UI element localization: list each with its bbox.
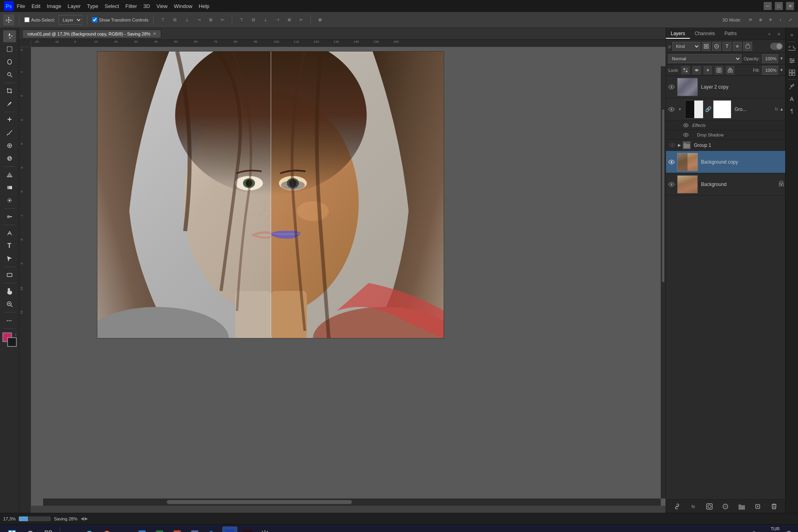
horizontal-scrollbar-thumb[interactable] <box>167 500 352 504</box>
notification-icon[interactable] <box>783 528 795 532</box>
lock-artboards[interactable] <box>715 66 723 75</box>
menu-3d[interactable]: 3D <box>143 3 150 9</box>
background-color[interactable] <box>7 337 17 347</box>
layer-effects-arrow[interactable]: ▲ <box>780 107 784 111</box>
healing-tool[interactable] <box>3 114 16 126</box>
align-left-edges[interactable]: ⊣ <box>194 16 203 24</box>
taskbar-settings-btn[interactable] <box>257 526 273 532</box>
history-brush-tool[interactable] <box>3 152 16 164</box>
add-mask-btn[interactable] <box>705 502 714 511</box>
3d-pan[interactable]: ✛ <box>766 16 775 24</box>
filter-toggle[interactable] <box>770 43 783 50</box>
lasso-tool[interactable] <box>3 56 16 68</box>
add-group-btn[interactable] <box>737 502 747 511</box>
distribute-top[interactable]: ⊤ <box>237 16 246 24</box>
magic-icon-btn[interactable] <box>787 81 797 92</box>
fill-input[interactable] <box>762 66 778 75</box>
hand-tool[interactable] <box>3 285 16 297</box>
brush-tool[interactable] <box>3 127 16 139</box>
move-tool[interactable] <box>3 30 16 42</box>
show-transform-checkbox[interactable]: Show Transform Controls <box>92 17 148 22</box>
distribute-right[interactable]: ⊢ <box>297 16 306 24</box>
volume-icon[interactable] <box>750 530 757 532</box>
show-transform-check-input[interactable] <box>92 17 97 22</box>
gradient-tool[interactable] <box>3 182 16 194</box>
link-layers-btn[interactable] <box>672 502 682 511</box>
canvas-viewport[interactable] <box>31 47 666 506</box>
layer-visibility-background[interactable] <box>668 180 676 188</box>
path-select-tool[interactable] <box>3 253 16 265</box>
menu-layer[interactable]: Layer <box>68 3 81 9</box>
vertical-scrollbar[interactable] <box>661 66 666 498</box>
type-icon-btn[interactable]: A <box>787 93 797 104</box>
distribute-left[interactable]: ⊣ <box>273 16 282 24</box>
lock-position[interactable] <box>703 66 712 75</box>
close-button[interactable]: ✕ <box>786 2 794 10</box>
distribute-bottom[interactable]: ⊥ <box>261 16 270 24</box>
auto-align-layers[interactable]: ⊠ <box>316 16 324 24</box>
distribute-horiz-centers[interactable]: ⊞ <box>285 16 294 24</box>
layer-item-background[interactable]: Background <box>666 173 785 196</box>
minimize-button[interactable]: ─ <box>764 2 772 10</box>
system-clock[interactable]: TUR 19:01 10.05.2022 <box>760 526 780 532</box>
add-adjustment-btn[interactable] <box>721 502 730 511</box>
menu-file[interactable]: File <box>17 3 25 9</box>
menu-type[interactable]: Type <box>87 3 98 9</box>
auto-select-checkbox[interactable]: Auto-Select: <box>24 17 55 22</box>
layer-item-group-effects[interactable]: ▼ 🔗 Gro... fx ▲ <box>666 98 785 121</box>
kind-select[interactable]: Kind <box>672 42 700 51</box>
taskbar-excel-btn[interactable]: X <box>152 526 167 532</box>
network-icon[interactable] <box>741 530 748 532</box>
text-tool[interactable]: T <box>3 240 16 252</box>
menu-edit[interactable]: Edit <box>32 3 40 9</box>
layer-expand-arrow-group-effects[interactable]: ▼ <box>677 107 683 112</box>
taskbar-task-view-btn[interactable] <box>41 526 56 532</box>
align-bottom-edges[interactable]: ⊥ <box>182 16 191 24</box>
align-horizontal-centers[interactable]: ⊞ <box>206 16 215 24</box>
3d-rotate[interactable]: ⟳ <box>746 16 755 24</box>
filter-pixel-icon[interactable] <box>702 42 711 51</box>
taskbar-powerpoint-btn[interactable]: P <box>170 526 185 532</box>
start-button[interactable] <box>3 526 21 532</box>
fx-btn[interactable]: fx <box>689 502 698 511</box>
lock-all[interactable] <box>726 66 735 75</box>
taskbar-edge-btn[interactable] <box>82 526 97 532</box>
eraser-tool[interactable] <box>3 169 16 181</box>
auto-select-dropdown[interactable]: Layer <box>58 15 82 25</box>
layer-link-icon[interactable]: 🔗 <box>704 106 712 112</box>
taskbar-firefox-btn[interactable] <box>99 526 115 532</box>
crop-tool[interactable] <box>3 85 16 97</box>
3d-scale[interactable]: ⤢ <box>786 16 795 24</box>
collapse-panel-btn[interactable]: » <box>787 30 797 40</box>
cloud-icon-btn[interactable] <box>787 44 797 54</box>
document-tab[interactable]: rotus01.psd @ 17,3% (Background copy, RG… <box>22 30 161 38</box>
effects-drop-shadow[interactable]: Drop Shadow <box>666 130 785 140</box>
pen-tool[interactable] <box>3 227 16 239</box>
align-top-edges[interactable]: ⊤ <box>158 16 167 24</box>
lock-image-pixels[interactable] <box>692 66 701 75</box>
menu-filter[interactable]: Filter <box>125 3 137 9</box>
3d-slide[interactable]: ↕ <box>776 16 785 24</box>
status-arrow-left[interactable]: ◀ <box>81 516 84 521</box>
more-tools[interactable]: ••• <box>3 314 16 326</box>
paragraph-icon-btn[interactable]: ¶ <box>787 105 797 116</box>
taskbar-search-btn[interactable] <box>23 526 38 532</box>
layer-visibility-background-copy[interactable] <box>668 158 676 166</box>
marquee-tool[interactable] <box>3 43 16 55</box>
panel-menu-icon[interactable]: ≡ <box>775 30 783 38</box>
filter-adjustment-icon[interactable] <box>712 42 721 51</box>
distribute-vert-centers[interactable]: ⊟ <box>249 16 258 24</box>
taskbar-onedrive-btn[interactable] <box>205 526 220 532</box>
channels-tab[interactable]: Channels <box>690 29 720 39</box>
opacity-input[interactable] <box>762 54 778 63</box>
dodge-tool[interactable] <box>3 211 16 223</box>
effects-visibility[interactable] <box>682 121 690 129</box>
menu-help[interactable]: Help <box>199 3 209 9</box>
taskbar-ps-btn[interactable]: Ps <box>222 526 237 532</box>
lock-transparent-pixels[interactable] <box>681 66 690 75</box>
taskbar-chrome-btn[interactable] <box>117 526 132 532</box>
paths-tab[interactable]: Paths <box>720 29 742 39</box>
menu-view[interactable]: View <box>156 3 168 9</box>
taskbar-word-btn[interactable]: W <box>134 526 150 532</box>
maximize-button[interactable]: □ <box>775 2 783 10</box>
